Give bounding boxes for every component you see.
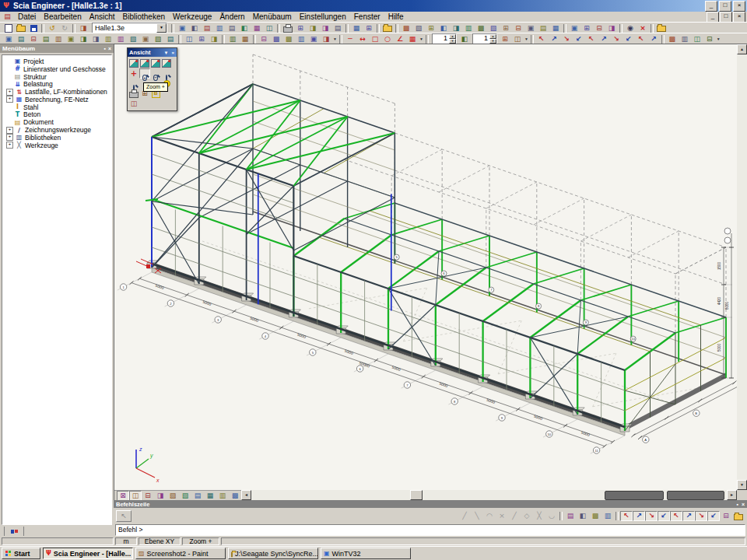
expand-icon[interactable]: + — [6, 89, 13, 96]
multicopy-tool-icon[interactable]: ▩ — [282, 34, 295, 44]
tree-item-berechnung-fe-netz[interactable]: +▦Berechnung, FE-Netz — [6, 96, 111, 103]
close-tool-icon[interactable]: × — [496, 511, 508, 521]
rotate-tool-icon[interactable]: ◫ — [183, 34, 195, 44]
snap-endpoint-icon[interactable]: ↖ — [620, 511, 633, 521]
member-tool-icon[interactable]: ◨ — [77, 34, 89, 44]
dropdown-arrow-icon[interactable]: ▼ — [717, 37, 721, 41]
print-icon[interactable] — [282, 23, 294, 33]
tree-item-zeichnungswerkzeuge[interactable]: +∕Zeichnungswerkzeuge — [6, 126, 111, 134]
tree-item-lastf-lle-lf-kombinationen[interactable]: +⇅Lastfälle, LF-Kombinationen — [6, 88, 111, 96]
eye-icon[interactable]: ◉ — [624, 23, 637, 33]
column-tool-icon[interactable]: ▤ — [15, 34, 27, 44]
connect-tool-icon[interactable]: ▤ — [164, 34, 177, 44]
snap-ortho-icon[interactable]: ↗ — [682, 511, 695, 521]
scroll-up-icon[interactable]: ▲ — [737, 44, 747, 54]
close-windows-icon[interactable]: ◨ — [605, 23, 618, 33]
polyline-beam-tool-icon[interactable]: ▤ — [40, 34, 52, 44]
delete-activity-icon[interactable]: × — [637, 23, 649, 33]
animation-1-icon[interactable]: ◫ — [691, 34, 703, 44]
link-icon[interactable]: ▦ — [350, 23, 363, 33]
view-frame-2-icon[interactable]: ▧ — [412, 23, 425, 33]
arc-tool-icon[interactable]: ◠ — [483, 511, 496, 521]
snap-midpoint-icon[interactable]: ↗ — [633, 511, 645, 521]
pointer-icon[interactable]: ↖ — [116, 510, 132, 522]
menu-ndern[interactable]: Ändern — [216, 12, 248, 22]
save-icon[interactable] — [27, 23, 40, 33]
start-button[interactable]: Start — [2, 548, 40, 559]
dropdown-arrow-icon[interactable]: ▼ — [333, 37, 337, 41]
zoom-window-icon[interactable] — [161, 68, 172, 79]
dof-icon[interactable]: ↘ — [610, 34, 622, 44]
combo-dropdown-icon[interactable]: ▼ — [156, 23, 167, 33]
print-preview-icon[interactable]: ⊞ — [294, 23, 307, 33]
polygon-tool-icon[interactable]: ◨ — [208, 34, 220, 44]
bracing-tool-icon[interactable]: ▧ — [127, 34, 139, 44]
snap-folder-icon[interactable] — [732, 511, 745, 521]
tree-item-struktur[interactable]: ▤Struktur — [6, 73, 111, 81]
arc-beam-tool-icon[interactable]: ▥ — [52, 34, 65, 44]
project-combo[interactable]: Halle1.3e▼ — [92, 23, 167, 33]
tile-windows-icon[interactable]: ⊞ — [580, 23, 593, 33]
circle-draw-icon[interactable]: ○ — [381, 34, 394, 44]
link-nodes-icon[interactable]: ↘ — [560, 34, 573, 44]
view-frame-5-icon[interactable]: ◨ — [450, 23, 462, 33]
align-tool-icon[interactable]: ▥ — [295, 34, 307, 44]
menu-bearbeiten[interactable]: Bearbeiten — [40, 12, 85, 22]
array-tool-icon[interactable]: ◨ — [320, 34, 332, 44]
calculator-icon[interactable]: ◨ — [319, 23, 331, 33]
gallery-icon[interactable]: ▣ — [176, 23, 188, 33]
dimension-draw-icon[interactable]: ↔ — [356, 34, 369, 44]
menu-bibliotheken[interactable]: Bibliotheken — [119, 12, 169, 22]
animation-2-icon[interactable]: ⊟ — [703, 34, 716, 44]
scroll-down-icon[interactable]: ▼ — [737, 480, 747, 490]
extend-tool-icon[interactable]: ◡ — [545, 511, 558, 521]
select-cursor-icon[interactable]: ▥ — [226, 34, 239, 44]
task-wintv32[interactable]: ▣WinTV32 — [321, 548, 411, 559]
snap-arc-icon[interactable]: ↙ — [707, 511, 720, 521]
view-frame-3-icon[interactable]: ⊞ — [425, 23, 437, 33]
scale-spinner-1-arrows[interactable]: ▲▼ — [449, 34, 456, 44]
task-screenshot2-paint[interactable]: ▨Screenshot2 - Paint — [135, 548, 226, 559]
move-tool-icon[interactable]: ⊟ — [258, 34, 270, 44]
zoom-out-icon[interactable]: − — [150, 68, 161, 79]
tree-item-bibliotheken[interactable]: +▥Bibliotheken — [6, 134, 111, 142]
copy-tool-icon[interactable]: ▩ — [270, 34, 282, 44]
tree-item-stahl[interactable]: IStahl — [6, 103, 111, 111]
vertex-tool-icon[interactable]: ◇ — [521, 511, 533, 521]
cascade-windows-icon[interactable]: ▣ — [568, 23, 580, 33]
clipboard-paste-icon[interactable]: ▤ — [226, 23, 238, 33]
member-end-1-icon[interactable]: ↖ — [585, 34, 598, 44]
tree-item-projekt[interactable]: ▣Projekt — [6, 58, 111, 65]
tree-item-linienraster-und-geschosse[interactable]: #Linienraster und Geschosse — [6, 65, 111, 73]
arrange-windows-icon[interactable]: ⊟ — [593, 23, 605, 33]
view-palette-header[interactable]: Ansicht ▼ × — [128, 48, 177, 57]
display-params-icon[interactable]: ⊞ — [499, 34, 511, 44]
line-draw-icon[interactable]: ─ — [344, 34, 356, 44]
tree-item-belastung[interactable]: ⇊Belastung — [6, 80, 111, 88]
undo-icon[interactable]: ↺ — [46, 23, 58, 33]
activity-cut-icon[interactable]: ⊞ — [363, 23, 375, 33]
maximize-button[interactable]: □ — [719, 1, 731, 12]
document-book-icon[interactable]: ◨ — [307, 23, 319, 33]
vertical-scrollbar[interactable] — [737, 44, 747, 490]
view-print-icon[interactable] — [128, 89, 139, 99]
menu-men-baum[interactable]: Menübaum — [249, 12, 296, 22]
snap-tangent-icon[interactable]: ↘ — [695, 511, 707, 521]
scroll-right-icon[interactable]: ► — [727, 490, 737, 500]
expand-icon[interactable]: + — [6, 96, 13, 103]
disconnect-members-icon[interactable]: ↗ — [548, 34, 560, 44]
scale-spinner-1[interactable]: 1▲▼ — [432, 33, 457, 44]
grid-draw-icon[interactable]: ▦ — [406, 34, 419, 44]
view-frame-6-icon[interactable]: ▥ — [462, 23, 475, 33]
line-tool-icon[interactable]: ╱ — [458, 511, 471, 521]
model-3d-view[interactable]: 5678910500050005000500050005000500050005… — [114, 44, 738, 490]
template-folder-icon[interactable] — [381, 23, 394, 33]
snap-sets-icon[interactable]: ⊟ — [720, 511, 732, 521]
pin-icon[interactable]: ▪ — [103, 46, 105, 51]
mdi-close-icon[interactable]: × — [733, 12, 745, 23]
zoom-all-icon[interactable] — [128, 79, 139, 89]
cmd-close-icon[interactable]: × — [742, 502, 745, 507]
palette-dropdown-icon[interactable]: ▼ — [163, 51, 170, 55]
expand-icon[interactable]: + — [6, 127, 13, 134]
unlink-nodes-icon[interactable]: ↙ — [573, 34, 585, 44]
